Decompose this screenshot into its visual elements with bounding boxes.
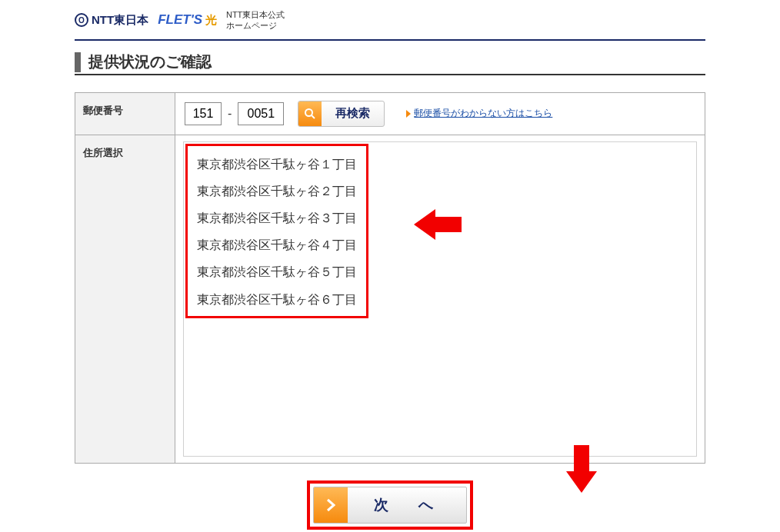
research-button-label: 再検索: [322, 106, 384, 121]
brand-subtext: NTT東日本公式 ホームページ: [226, 9, 285, 32]
arrow-right-icon: [314, 487, 348, 523]
svg-marker-2: [414, 209, 462, 240]
next-button-annotation-frame: 次 へ: [307, 480, 473, 530]
address-item[interactable]: 東京都渋谷区千駄ヶ谷２丁目: [195, 178, 358, 204]
ntt-logo: O NTT東日本: [75, 13, 148, 28]
address-item[interactable]: 東京都渋谷区千駄ヶ谷３丁目: [195, 204, 358, 231]
svg-point-0: [305, 109, 312, 116]
research-button[interactable]: 再検索: [298, 101, 385, 127]
search-icon: [298, 101, 322, 126]
ntt-circle-icon: O: [75, 13, 88, 27]
address-item[interactable]: 東京都渋谷区千駄ヶ谷４丁目: [195, 231, 358, 258]
address-list-box[interactable]: 東京都渋谷区千駄ヶ谷１丁目 東京都渋谷区千駄ヶ谷２丁目 東京都渋谷区千駄ヶ谷３丁…: [183, 141, 697, 457]
form-table: 郵便番号 - 再検索 郵便番号がわからない方はこちら: [75, 92, 705, 464]
triangle-bullet-icon: [406, 110, 411, 118]
svg-marker-3: [566, 445, 597, 493]
page-header: O NTT東日本 FLET'S 光 NTT東日本公式 ホームページ: [75, 8, 705, 36]
zip-dash: -: [228, 107, 232, 121]
hikari-icon: 光: [205, 13, 217, 26]
zip-part1-input[interactable]: [185, 102, 222, 125]
address-item[interactable]: 東京都渋谷区千駄ヶ谷５丁目: [195, 258, 358, 285]
red-arrow-annotation-icon: [563, 445, 600, 495]
red-arrow-annotation-icon: [414, 206, 462, 245]
zip-help-link[interactable]: 郵便番号がわからない方はこちら: [414, 107, 552, 120]
next-button-label: 次 へ: [348, 495, 466, 515]
svg-line-1: [312, 115, 315, 118]
header-divider: [75, 39, 705, 41]
flets-logo: FLET'S 光: [158, 12, 217, 28]
zip-part2-input[interactable]: [238, 102, 284, 125]
address-highlight-annotation: 東京都渋谷区千駄ヶ谷１丁目 東京都渋谷区千駄ヶ谷２丁目 東京都渋谷区千駄ヶ谷３丁…: [185, 144, 368, 318]
page-title-bar: 提供状況のご確認: [75, 52, 705, 75]
zip-label: 郵便番号: [75, 92, 175, 135]
next-button[interactable]: 次 へ: [313, 487, 467, 524]
page-title: 提供状況のご確認: [88, 52, 212, 74]
title-accent: [75, 52, 81, 72]
address-label: 住所選択: [75, 135, 175, 463]
ntt-logo-text: NTT東日本: [92, 13, 148, 28]
address-item[interactable]: 東京都渋谷区千駄ヶ谷６丁目: [195, 286, 358, 313]
address-item[interactable]: 東京都渋谷区千駄ヶ谷１丁目: [195, 151, 358, 178]
